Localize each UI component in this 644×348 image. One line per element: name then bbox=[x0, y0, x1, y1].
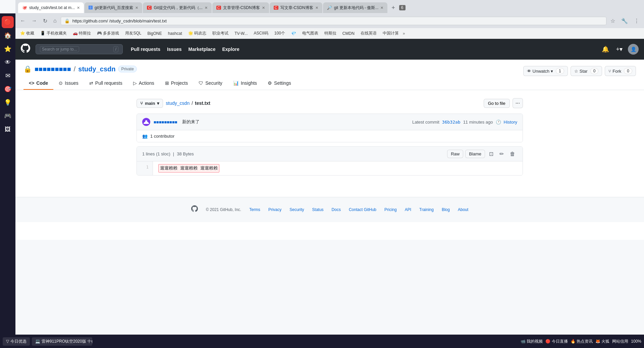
plus-button[interactable]: +▾ bbox=[614, 44, 624, 54]
extensions-button[interactable]: 🔧 bbox=[619, 16, 630, 25]
bookmark-tv[interactable]: TV-W... bbox=[232, 30, 250, 37]
sidebar-icon-bulb[interactable]: 💡 bbox=[2, 96, 14, 109]
more-options-button[interactable]: ··· bbox=[513, 98, 523, 108]
tab-actions[interactable]: ▷ Actions bbox=[128, 77, 160, 90]
bookmark-hashcat[interactable]: hashcat bbox=[166, 30, 184, 37]
bookmark-ascii[interactable]: ASCII码 bbox=[252, 30, 270, 37]
bookmark-tesla[interactable]: 🚗 特斯拉 bbox=[71, 30, 93, 37]
new-tab-button[interactable]: + bbox=[389, 3, 397, 13]
bookmark-bigone[interactable]: BigONE bbox=[145, 30, 164, 37]
forward-button[interactable]: → bbox=[30, 16, 39, 25]
footer-pricing[interactable]: Pricing bbox=[384, 207, 397, 212]
tab-settings[interactable]: ⚙ Settings bbox=[262, 77, 297, 90]
sidebar-icon-home[interactable]: 🏠 bbox=[2, 29, 14, 42]
tab-2[interactable]: 🅱 git更新代码_百度搜索 ✕ bbox=[85, 2, 142, 13]
bookmark-cmdn[interactable]: CMDN bbox=[340, 30, 357, 37]
blame-button[interactable]: Blame bbox=[465, 150, 485, 158]
tab-security[interactable]: 🛡 Security bbox=[193, 77, 228, 90]
tab-issues[interactable]: ⊙ Issues bbox=[53, 77, 84, 90]
bookmark-english[interactable]: 在线英语 bbox=[359, 30, 379, 37]
tab-3-close[interactable]: ✕ bbox=[205, 6, 208, 10]
edit-button[interactable]: ✏ bbox=[497, 149, 506, 158]
branch-selector[interactable]: ⑂ main ▾ bbox=[137, 99, 163, 108]
nav-explore[interactable]: Explore bbox=[219, 45, 242, 53]
bookmark-100[interactable]: 100个 bbox=[272, 30, 287, 37]
tab-4[interactable]: C 文章管理-CSDN博客 ✕ bbox=[212, 2, 269, 13]
bookmark-career[interactable]: 职业考试 bbox=[210, 30, 230, 37]
tab-2-close[interactable]: ✕ bbox=[135, 6, 138, 10]
branch-chevron-icon: ▾ bbox=[157, 101, 159, 106]
bookmark-elec[interactable]: 电气图表 bbox=[300, 30, 320, 37]
bookmark-favorites[interactable]: ⭐ 收藏 bbox=[18, 30, 36, 37]
tab-pull-requests[interactable]: ⇄ Pull requests bbox=[84, 77, 128, 90]
chevron-down-icon: ▾ bbox=[551, 69, 553, 74]
sidebar-top-icon: 🔴 bbox=[4, 18, 11, 26]
tab-3[interactable]: C Git提交代码，更新代码（... ✕ bbox=[143, 2, 211, 13]
sidebar-icon-target[interactable]: 🎯 bbox=[2, 83, 14, 95]
go-to-file-button[interactable]: Go to file bbox=[484, 99, 510, 108]
star-button[interactable]: ☆ Star 0 bbox=[571, 66, 602, 76]
tab-6-close[interactable]: ✕ bbox=[380, 6, 383, 10]
repo-owner[interactable]: ■■■■■■■■■ bbox=[35, 65, 71, 73]
repo-title: 🔒 ■■■■■■■■■ / study_csdn Private bbox=[23, 65, 137, 73]
repo-name[interactable]: study_csdn bbox=[78, 65, 115, 73]
tab-4-close[interactable]: ✕ bbox=[262, 6, 265, 10]
breadcrumb-bar: ⑂ main ▾ study_csdn / test.txt Go to fil… bbox=[137, 98, 523, 108]
bookmark-duoduo[interactable]: 🎮 多多游戏 bbox=[95, 30, 121, 37]
user-avatar[interactable]: 👤 bbox=[628, 44, 639, 55]
tab-5-close[interactable]: ✕ bbox=[315, 6, 318, 10]
bookmark-tesla2[interactable]: 特斯拉 bbox=[322, 30, 338, 37]
commit-hash[interactable]: 36b32ab bbox=[442, 120, 461, 125]
footer-training[interactable]: Training bbox=[419, 207, 434, 212]
delete-button[interactable]: 🗑 bbox=[508, 150, 517, 158]
reload-button[interactable]: ↻ bbox=[41, 16, 49, 25]
tab-5[interactable]: C 写文章-CSDN博客 ✕ bbox=[270, 2, 322, 13]
commit-username[interactable]: ■■■■■■■■■ bbox=[154, 120, 177, 125]
bookmark-sql[interactable]: 用友SQL bbox=[123, 30, 143, 37]
raw-button[interactable]: Raw bbox=[447, 150, 463, 158]
nav-issues[interactable]: Issues bbox=[164, 45, 184, 53]
sidebar-icon-image[interactable]: 🖼 bbox=[2, 123, 14, 135]
notification-button[interactable]: 🔔 bbox=[600, 44, 610, 54]
footer-status[interactable]: Status bbox=[312, 207, 324, 212]
display-button[interactable]: ⊡ bbox=[487, 149, 495, 158]
tab-projects[interactable]: ⊞ Projects bbox=[160, 77, 194, 90]
address-bar[interactable]: 🔒 https://github.com/ /study_csdn/blob/m… bbox=[61, 17, 606, 25]
tab-code[interactable]: <> Code bbox=[23, 77, 53, 90]
breadcrumb-file: test.txt bbox=[195, 100, 210, 106]
breadcrumb-repo-link[interactable]: study_csdn bbox=[166, 100, 190, 106]
unwatch-button[interactable]: 👁 Unwatch ▾ 1 bbox=[523, 66, 568, 76]
tab-1[interactable]: 🐙 study_csdn/test.txt at m... ✕ bbox=[18, 2, 84, 13]
bookmarks-button[interactable]: ☆ bbox=[608, 16, 617, 25]
bookmark-mobile[interactable]: 📱 手机收藏夹 bbox=[38, 30, 68, 37]
footer-api[interactable]: API bbox=[405, 207, 411, 212]
code-icon: <> bbox=[29, 80, 34, 86]
footer-contact[interactable]: Contact GitHub bbox=[349, 207, 376, 212]
footer-about[interactable]: About bbox=[458, 207, 468, 212]
fork-button[interactable]: ⑂ Fork 0 bbox=[605, 66, 636, 76]
footer-privacy[interactable]: Privacy bbox=[268, 207, 281, 212]
menu-button[interactable]: ⋮ bbox=[632, 16, 641, 25]
tab-1-close[interactable]: ✕ bbox=[77, 6, 80, 10]
sidebar-icon-mail[interactable]: ✉ bbox=[2, 70, 14, 82]
nav-marketplace[interactable]: Marketplace bbox=[186, 45, 218, 53]
tab-6[interactable]: 🔎 git 更新本地代码 - 傲斯... ✕ bbox=[323, 2, 388, 13]
footer-terms[interactable]: Terms bbox=[249, 207, 260, 212]
tab-insights[interactable]: 📊 Insights bbox=[228, 77, 262, 90]
back-button[interactable]: ← bbox=[18, 16, 28, 25]
sidebar-icon-game[interactable]: 🎮 bbox=[2, 110, 14, 122]
sidebar-icon-top[interactable]: 🔴 bbox=[2, 16, 14, 28]
github-logo[interactable] bbox=[21, 44, 30, 55]
history-link[interactable]: History bbox=[504, 120, 517, 125]
global-search[interactable]: Search or jump to... / bbox=[36, 44, 123, 54]
footer-security[interactable]: Security bbox=[289, 207, 304, 212]
sidebar-icon-eye[interactable]: 👁 bbox=[2, 56, 14, 68]
footer-blog[interactable]: Blog bbox=[442, 207, 450, 212]
footer-docs[interactable]: Docs bbox=[332, 207, 341, 212]
bookmark-china[interactable]: 中国计算 bbox=[381, 30, 401, 37]
sidebar-icon-star[interactable]: ⭐ bbox=[2, 43, 14, 55]
bookmark-manong[interactable]: 🌟 码农志 bbox=[186, 30, 208, 37]
home-button[interactable]: ⌂ bbox=[51, 16, 59, 25]
bookmark-gem[interactable]: 💎 bbox=[289, 30, 298, 37]
nav-pull-requests[interactable]: Pull requests bbox=[128, 45, 163, 53]
